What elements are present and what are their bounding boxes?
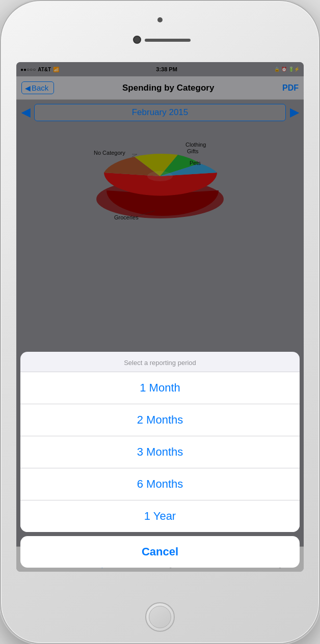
action-sheet: Select a reporting period 1 Month 2 Mont… xyxy=(16,352,304,572)
action-sheet-title: Select a reporting period xyxy=(20,352,300,372)
period-3-months[interactable]: 3 Months xyxy=(20,436,300,468)
speaker xyxy=(145,39,191,42)
top-sensor xyxy=(157,17,163,22)
period-2-months[interactable]: 2 Months xyxy=(20,404,300,436)
period-1-month[interactable]: 1 Month xyxy=(20,372,300,404)
phone-frame: ●●○○○ AT&T 📶 3:38 PM 🔒 ⏰ 🔋⚡ ◀ Back Spend… xyxy=(0,0,320,644)
action-sheet-overlay: Select a reporting period 1 Month 2 Mont… xyxy=(16,62,304,572)
period-6-months[interactable]: 6 Months xyxy=(20,468,300,500)
home-button-inner xyxy=(149,606,171,628)
screen: ●●○○○ AT&T 📶 3:38 PM 🔒 ⏰ 🔋⚡ ◀ Back Spend… xyxy=(16,62,304,572)
period-1-year[interactable]: 1 Year xyxy=(20,500,300,532)
cancel-button[interactable]: Cancel xyxy=(20,536,300,568)
home-button[interactable] xyxy=(145,602,175,632)
action-sheet-main: Select a reporting period 1 Month 2 Mont… xyxy=(20,352,300,532)
camera xyxy=(133,36,141,44)
